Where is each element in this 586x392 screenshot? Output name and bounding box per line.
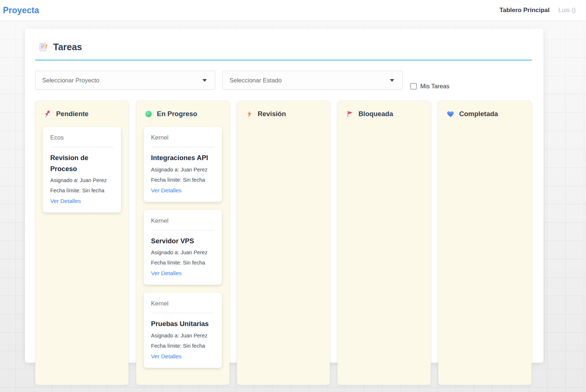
column-header: Bloqueada	[345, 110, 423, 118]
card-due-date: Fecha límite: Sin fecha	[151, 342, 215, 350]
card-project-name: Kernel	[151, 300, 215, 307]
column-header: Revisión	[245, 110, 323, 118]
column-title: Bloqueada	[358, 110, 393, 118]
column-card-list: Ecos Revision de Proceso Asignado a: Jua…	[43, 127, 121, 212]
column-header: Completada	[446, 110, 524, 118]
card-details-link[interactable]: Ver Detalles	[151, 187, 182, 194]
card-assigned: Asignado a: Juan Perez	[151, 249, 215, 256]
card-project-name: Kernel	[151, 217, 215, 224]
board-column: Bloqueada	[337, 101, 431, 385]
my-tasks-toggle[interactable]: Mis Tareas	[410, 83, 449, 90]
card-details-link[interactable]: Ver Detalles	[151, 270, 182, 277]
task-card[interactable]: Kernel Servidor VPS Asignado a: Juan Per…	[144, 210, 222, 285]
board-column: Completada	[438, 101, 532, 385]
green-circle-icon	[144, 110, 153, 118]
navbar-right: Tablero Principal Luis ()	[499, 7, 576, 14]
main-panel: Tareas Seleccionar Proyecto Seleccionar …	[25, 29, 543, 363]
chevron-down-icon	[202, 79, 207, 82]
card-title: Pruebas Unitarias	[151, 318, 215, 329]
board-column: Revisión	[237, 101, 330, 385]
flag-icon	[346, 110, 354, 118]
card-assigned: Asignado a: Juan Perez	[151, 166, 215, 174]
nav-user-link[interactable]: Luis ()	[558, 7, 576, 14]
card-divider	[151, 313, 215, 313]
board-column: Pendiente Ecos Revision de Proceso Asign…	[35, 101, 129, 385]
brand-link[interactable]: Proyecta	[3, 5, 39, 15]
column-header: Pendiente	[43, 110, 121, 118]
status-select[interactable]: Seleccionar Estado	[223, 71, 403, 90]
column-title: En Progreso	[157, 110, 197, 118]
filters-row: Seleccionar Proyecto Seleccionar Estado …	[35, 71, 532, 90]
card-due-date: Fecha límite: Sin fecha	[50, 187, 114, 195]
task-card[interactable]: Kernel Pruebas Unitarias Asignado a: Jua…	[144, 293, 222, 368]
project-select[interactable]: Seleccionar Proyecto	[35, 71, 215, 90]
my-tasks-label: Mis Tareas	[420, 83, 449, 90]
lightning-icon	[245, 110, 253, 118]
card-details-link[interactable]: Ver Detalles	[151, 353, 182, 360]
board: Pendiente Ecos Revision de Proceso Asign…	[35, 101, 532, 385]
memo-icon	[38, 42, 48, 52]
card-due-date: Fecha límite: Sin fecha	[151, 176, 215, 184]
card-assigned: Asignado a: Juan Perez	[151, 332, 215, 340]
card-divider	[151, 230, 215, 230]
pushpin-icon	[44, 110, 52, 118]
chevron-down-icon	[390, 79, 394, 82]
card-title: Servidor VPS	[151, 236, 215, 247]
card-project-name: Ecos	[50, 134, 114, 141]
nav-board-link[interactable]: Tablero Principal	[499, 7, 550, 14]
task-card[interactable]: Ecos Revision de Proceso Asignado a: Jua…	[43, 127, 121, 212]
title-divider	[35, 60, 532, 60]
blue-heart-icon	[447, 110, 455, 118]
column-card-list: Kernel Integraciones API Asignado a: Jua…	[144, 127, 222, 368]
column-title: Revisión	[258, 110, 286, 118]
column-title: Completada	[459, 110, 498, 118]
navbar: Proyecta Tablero Principal Luis ()	[0, 0, 586, 21]
card-assigned: Asignado a: Juan Perez	[50, 177, 114, 184]
status-select-value: Seleccionar Estado	[230, 77, 282, 84]
card-divider	[50, 147, 114, 147]
project-select-value: Seleccionar Proyecto	[42, 77, 99, 84]
card-due-date: Fecha límite: Sin fecha	[151, 259, 215, 267]
page-title: Tareas	[53, 42, 82, 52]
card-title: Revision de Proceso	[50, 152, 114, 174]
task-card[interactable]: Kernel Integraciones API Asignado a: Jua…	[144, 127, 222, 202]
card-details-link[interactable]: Ver Detalles	[50, 198, 81, 204]
card-divider	[151, 147, 215, 147]
board-column: En Progreso Kernel Integraciones API Asi…	[136, 101, 230, 385]
column-title: Pendiente	[56, 110, 88, 118]
page-header: Tareas	[35, 42, 532, 52]
my-tasks-checkbox[interactable]	[410, 83, 417, 89]
column-header: En Progreso	[144, 110, 222, 118]
card-title: Integraciones API	[151, 152, 215, 163]
card-project-name: Kernel	[151, 134, 215, 141]
